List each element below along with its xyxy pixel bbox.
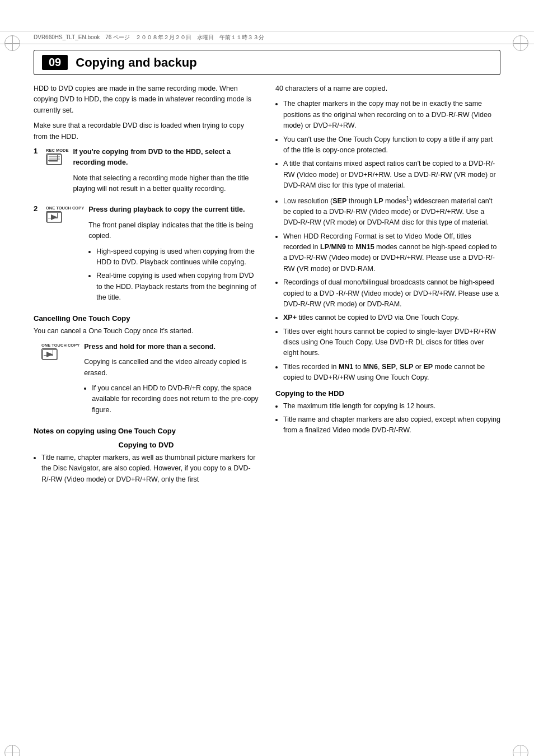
copying-to-hdd-heading: Copying to the HDD [275,389,500,398]
step-2-icon-label: ONE TOUCH COPY [46,206,84,211]
intro-para2: Make sure that a recordable DVD disc is … [34,120,259,142]
svg-marker-5 [51,214,58,220]
right-bullet-5: Recordings of dual mono/bilingual broadc… [283,277,500,310]
press-hold-content: Press and hold for more than a second. C… [84,342,259,419]
step-2-number: 2 [34,204,41,213]
corner-decoration-bl [4,745,21,756]
right-column: 40 characters of a name are copied. The … [275,83,500,488]
main-content: HDD to DVD copies are made in the same r… [34,83,500,488]
intro-para1: HDD to DVD copies are made in the same r… [34,83,259,116]
svg-rect-6 [43,349,57,360]
right-bullet-6: XP+ titles cannot be copied to DVD via O… [283,312,500,323]
right-bullet-0: The chapter markers in the copy may not … [283,99,500,131]
right-bullet-7: Titles over eight hours cannot be copied… [283,326,500,359]
step-2: 2 ONE TOUCH COPY Press during playback t… [34,204,259,306]
press-hold-step: ONE TOUCH COPY Press and hold for more t… [34,342,259,419]
step-1-icon [46,153,62,165]
step-2-bullet-2: Real-time copying is used when copying f… [96,270,259,303]
press-hold-detail: Copying is cancelled and the video alrea… [84,357,259,379]
step-2-detail: The front panel display indicates that t… [88,220,259,242]
step-2-bullet-1: High-speed copying is used when copying … [96,246,259,268]
chapter-number: 09 [42,55,68,70]
corner-decoration-tl [4,35,21,52]
step-1-number: 1 [34,147,41,155]
notes-heading: Notes on copying using One Touch Copy [34,427,259,435]
copying-hdd-bullet-0: The maximum title length for copying is … [283,401,500,412]
step-1-content: If you're copying from DVD to the HDD, s… [73,147,259,199]
cancelling-intro: You can cancel a One Touch Copy once it'… [34,326,259,337]
svg-marker-7 [46,352,53,357]
right-continuation: 40 characters of a name are copied. [275,83,500,94]
corner-decoration-br [513,745,530,756]
chapter-title: Copying and backup [76,55,196,70]
copying-hdd-bullet-1: Title name and chapter markers are also … [283,414,500,436]
copying-dvd-bullets: Title name, chapter markers, as well as … [41,452,259,485]
press-hold-bold: Press and hold for more than a second. [84,343,216,351]
step-2-content: Press during playback to copy the curren… [88,204,259,306]
step-1-detail: Note that selecting a recording mode hig… [73,173,259,195]
press-hold-bullets: If you cancel an HDD to DVD-R/+R copy, t… [92,383,259,416]
page: DVR660HS_TLT_EN.book 76 ページ ２００８年２月２０日 水… [0,31,534,756]
right-bullet-8: Titles recorded in MN1 to MN6, SEP, SLP … [283,362,500,384]
step-1-icon-label: REC MODE [46,148,68,153]
right-bullet-3: Low resolution (SEP through LP modes1) w… [283,194,500,228]
left-column: HDD to DVD copies are made in the same r… [34,83,259,488]
copying-to-dvd-heading: Copying to DVD [34,441,259,449]
chapter-header: 09 Copying and backup [34,50,500,75]
svg-rect-4 [47,212,62,222]
press-hold-bullet: If you cancel an HDD to DVD-R/+R copy, t… [92,383,259,416]
right-bullet-1: You can't use the One Touch Copy functio… [283,134,500,156]
svg-rect-0 [47,155,62,165]
right-bullet-4: When HDD Recording Format is set to Vide… [283,231,500,275]
corner-decoration-tr [513,35,530,52]
step-2-bold: Press during playback to copy the curren… [88,206,245,213]
press-hold-icon-label: ONE TOUCH COPY [41,343,79,348]
right-bullets: The chapter markers in the copy may not … [283,99,500,383]
metadata-bar: DVR660HS_TLT_EN.book 76 ページ ２００８年２月２０日 水… [0,31,534,44]
step-2-bullets: High-speed copying is used when copying … [96,246,259,304]
step-1: 1 REC MODE If you're copying from DVD to… [34,147,259,199]
press-hold-icon [41,348,57,360]
step-1-bold: If you're copying from DVD to the HDD, s… [73,148,231,166]
copying-hdd-bullets: The maximum title length for copying is … [283,401,500,436]
metadata-text: DVR660HS_TLT_EN.book 76 ページ ２００８年２月２０日 水… [34,34,264,41]
copying-dvd-bullet-1: Title name, chapter markers, as well as … [41,452,259,485]
cancelling-heading: Cancelling One Touch Copy [34,314,259,323]
step-2-icon [46,211,62,222]
right-bullet-2: A title that contains mixed aspect ratio… [283,158,500,191]
